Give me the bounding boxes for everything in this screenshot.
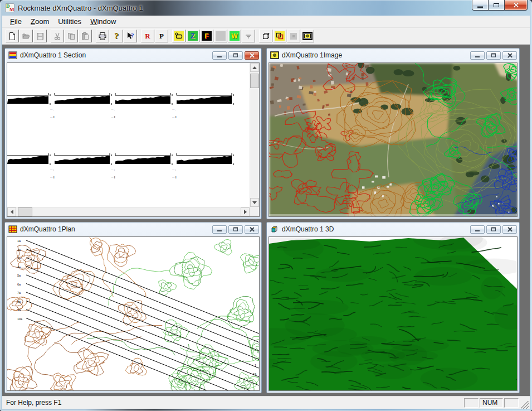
child-window-3d[interactable]: dXmQuattro 1 3D xyxy=(266,222,520,393)
plan-window-icon xyxy=(8,225,17,233)
titlebar[interactable]: DM Rockmate dXmQuattro - dXmQuattro 1 xyxy=(0,0,532,16)
svg-text:1: 1 xyxy=(255,364,256,367)
resize-grip-icon[interactable] xyxy=(521,401,529,409)
3d-minimize-button[interactable] xyxy=(470,225,485,234)
child-window-section[interactable]: dXmQuattro 1 Section ··· :··· ‖··· :··· … xyxy=(4,48,262,219)
svg-text:··· :: ··· : xyxy=(172,108,176,111)
aerial-image-canvas[interactable] xyxy=(269,63,518,217)
copy-icon xyxy=(67,32,76,41)
close-icon xyxy=(507,227,513,232)
context-help-button[interactable]: ? xyxy=(124,30,137,42)
level-tool-button[interactable] xyxy=(242,30,255,42)
copy-button[interactable] xyxy=(65,30,78,42)
section-tool-button[interactable] xyxy=(172,30,186,42)
plan-close-button[interactable] xyxy=(245,225,259,234)
section-restore-button[interactable] xyxy=(228,51,243,60)
scroll-down-button[interactable] xyxy=(250,198,259,207)
print-button[interactable] xyxy=(96,30,109,42)
overlay-icon xyxy=(275,31,285,41)
disabled-tool-button-1[interactable] xyxy=(214,30,227,42)
menu-utilities[interactable]: Utilities xyxy=(53,16,86,28)
camera-tool-button[interactable] xyxy=(301,30,314,42)
maximize-button[interactable] xyxy=(489,0,504,11)
section-horizontal-scrollbar[interactable] xyxy=(7,207,250,216)
section-window-titlebar[interactable]: dXmQuattro 1 Section xyxy=(5,49,261,62)
app-window: DM Rockmate dXmQuattro - dXmQuattro 1 Fi… xyxy=(0,0,532,411)
section-close-button[interactable] xyxy=(245,51,259,60)
minimize-icon xyxy=(217,56,222,57)
image-window-content xyxy=(269,62,518,217)
f-tool-button[interactable]: F xyxy=(200,30,213,42)
svg-text:··· :: ··· : xyxy=(111,168,115,171)
plan-restore-button[interactable] xyxy=(228,225,243,234)
menu-file[interactable]: File xyxy=(6,16,26,28)
w-tool-button[interactable]: W xyxy=(228,30,241,42)
status-message: For Help, press F1 xyxy=(2,399,463,407)
minimize-button[interactable] xyxy=(472,0,489,11)
disabled-tool-button-2[interactable] xyxy=(287,30,300,42)
svg-text:··· ‖: ··· ‖ xyxy=(111,116,115,119)
save-icon xyxy=(36,32,45,41)
svg-text:4a: 4a xyxy=(17,265,21,269)
3d-restore-button[interactable] xyxy=(486,225,501,234)
scroll-up-button[interactable] xyxy=(250,63,259,72)
r-tool-button[interactable]: R xyxy=(141,30,154,42)
paste-button[interactable] xyxy=(79,30,92,42)
image-window-icon xyxy=(270,51,279,59)
open-button[interactable] xyxy=(19,30,33,42)
svg-text:··· :: ··· : xyxy=(172,168,176,171)
scrollbar-corner xyxy=(250,207,259,216)
section-tool-icon xyxy=(174,31,184,41)
section-minimize-button[interactable] xyxy=(212,51,227,60)
plan-minimize-button[interactable] xyxy=(212,225,227,234)
image-window-titlebar[interactable]: dXmQuattro 1Image xyxy=(267,49,519,62)
image-close-button[interactable] xyxy=(502,51,517,60)
terrain-3d-canvas[interactable] xyxy=(269,237,518,391)
image-minimize-button[interactable] xyxy=(470,51,485,60)
minimize-icon xyxy=(475,56,480,57)
menu-zoom[interactable]: Zoom xyxy=(26,16,53,28)
caption-buttons xyxy=(472,0,528,11)
menu-window[interactable]: Window xyxy=(86,16,120,28)
section-vertical-scrollbar[interactable] xyxy=(250,63,259,207)
close-button[interactable] xyxy=(504,0,528,11)
vertical-scroll-thumb[interactable] xyxy=(250,74,259,88)
horizontal-scroll-thumb[interactable] xyxy=(18,207,32,216)
cube-tool-button[interactable] xyxy=(259,30,272,42)
3d-close-button[interactable] xyxy=(502,225,517,234)
z-tool-label: Z xyxy=(188,31,198,41)
r-tool-label: R xyxy=(145,32,150,40)
close-icon xyxy=(250,53,255,58)
svg-text:··· :: ··· : xyxy=(50,108,54,111)
cut-button[interactable] xyxy=(51,30,64,42)
svg-text:··· ‖: ··· ‖ xyxy=(172,116,177,119)
svg-text:1a: 1a xyxy=(17,239,21,243)
status-cell-num: NUM xyxy=(480,398,503,408)
scroll-right-button[interactable] xyxy=(241,207,250,216)
p-tool-button[interactable]: P xyxy=(155,30,168,42)
plan-window-titlebar[interactable]: dXmQuattro 1Plan xyxy=(5,223,261,236)
client-area: File Zoom Utilities Window xyxy=(2,16,530,409)
p-tool-label: P xyxy=(159,32,164,40)
plan-window-title: dXmQuattro 1Plan xyxy=(20,225,212,233)
arrow-left-icon xyxy=(8,210,13,214)
svg-text:7a: 7a xyxy=(17,291,21,294)
restore-icon xyxy=(233,54,238,57)
new-button[interactable] xyxy=(6,30,19,42)
child-window-plan[interactable]: dXmQuattro 1Plan 1a2a3a4a5a16a197a8a9a10… xyxy=(4,222,262,393)
z-tool-button[interactable]: Z xyxy=(186,30,199,42)
svg-text:··· ‖: ··· ‖ xyxy=(50,176,55,179)
3d-window-icon xyxy=(270,225,279,233)
help-button[interactable]: ? xyxy=(110,30,123,42)
3d-window-titlebar[interactable]: dXmQuattro 1 3D xyxy=(267,223,519,236)
image-window-title: dXmQuattro 1Image xyxy=(282,51,470,59)
save-button[interactable] xyxy=(33,30,47,42)
overlay-tool-button[interactable] xyxy=(273,30,286,42)
image-restore-button[interactable] xyxy=(486,51,501,60)
plan-map-canvas[interactable]: 1a2a3a4a5a16a197a8a9a10a xyxy=(7,237,260,391)
child-window-image[interactable]: dXmQuattro 1Image xyxy=(266,48,520,219)
section-profiles-canvas[interactable]: ··· :··· ‖··· :··· ‖··· :··· ‖··· :··· ‖… xyxy=(7,63,251,208)
scroll-left-button[interactable] xyxy=(7,207,16,216)
minimize-icon xyxy=(217,230,222,231)
restore-icon xyxy=(233,228,238,231)
